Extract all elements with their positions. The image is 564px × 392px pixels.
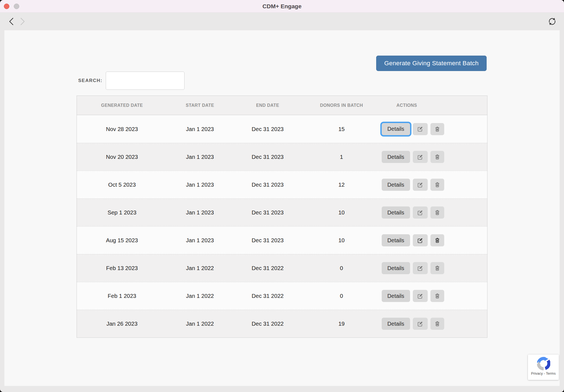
generated-date-cell: Sep 1 2023 [77,209,167,216]
generate-giving-statement-batch-button[interactable]: Generate Giving Statement Batch [376,56,487,71]
generated-date-cell: Feb 1 2023 [77,293,167,299]
table-body: Nov 28 2023 Jan 1 2023 Dec 31 2023 15 De… [77,115,487,337]
delete-batch-button[interactable] [430,318,444,330]
donors-in-batch-cell: 0 [302,265,380,271]
actions-cell: Details [381,123,487,135]
delete-batch-button[interactable] [430,179,444,191]
trash-icon [434,265,440,271]
table-row: Jan 26 2023 Jan 1 2022 Dec 31 2022 19 De… [77,310,487,337]
actions-cell: Details [381,234,487,246]
actions-cell: Details [381,262,487,274]
edit-batch-button[interactable] [413,318,428,330]
donors-in-batch-cell: 12 [302,181,380,188]
generated-date-cell: Feb 13 2023 [77,265,167,271]
details-button[interactable]: Details [382,123,410,135]
trash-icon [434,293,440,299]
header-end-date: END DATE [233,103,302,108]
edit-batch-button[interactable] [413,206,428,219]
edit-icon [417,293,423,299]
minimize-window-button[interactable] [14,4,19,9]
table-row: Feb 1 2023 Jan 1 2022 Dec 31 2022 0 Deta… [77,282,487,310]
header-start-date: START DATE [167,103,233,108]
edit-icon [417,154,423,160]
end-date-cell: Dec 31 2023 [233,126,302,132]
donors-in-batch-cell: 19 [302,320,380,327]
details-button[interactable]: Details [382,318,410,330]
delete-batch-button[interactable] [430,290,444,302]
table-row: Feb 13 2023 Jan 1 2022 Dec 31 2022 0 Det… [77,254,487,282]
titlebar: CDM+ Engage [0,0,564,13]
donors-in-batch-cell: 10 [302,209,380,216]
edit-icon [417,209,423,216]
forward-button[interactable] [18,17,27,26]
window-frame: Generate Giving Statement Batch SEARCH: … [0,30,564,392]
generated-date-cell: Oct 5 2023 [77,181,167,188]
end-date-cell: Dec 31 2023 [233,209,302,216]
start-date-cell: Jan 1 2022 [167,265,233,271]
edit-batch-button[interactable] [413,123,428,135]
end-date-cell: Dec 31 2023 [233,237,302,244]
details-button[interactable]: Details [382,234,410,246]
search-area: SEARCH: [78,72,185,90]
search-input[interactable] [106,72,185,90]
actions-cell: Details [381,290,487,302]
delete-batch-button[interactable] [430,151,444,163]
delete-batch-button[interactable] [430,234,444,246]
recaptcha-badge[interactable]: Privacy - Terms [528,355,559,380]
header-generated-date: GENERATED DATE [77,103,167,108]
toolbar [0,13,564,30]
table-row: Nov 20 2023 Jan 1 2023 Dec 31 2023 1 Det… [77,143,487,171]
back-button[interactable] [7,17,16,26]
header-actions: ACTIONS [381,103,487,108]
end-date-cell: Dec 31 2022 [233,265,302,271]
delete-batch-button[interactable] [430,206,444,219]
header-donors-in-batch: DONORS IN BATCH [302,103,380,108]
donors-in-batch-cell: 10 [302,237,380,244]
trash-icon [434,237,440,243]
edit-batch-button[interactable] [413,290,428,302]
end-date-cell: Dec 31 2022 [233,320,302,327]
details-button[interactable]: Details [382,151,410,163]
refresh-button[interactable] [547,17,557,27]
start-date-cell: Jan 1 2022 [167,293,233,299]
details-button[interactable]: Details [382,179,410,191]
details-button[interactable]: Details [382,290,410,302]
delete-batch-button[interactable] [430,123,444,135]
details-button[interactable]: Details [382,206,410,219]
delete-batch-button[interactable] [430,262,444,274]
generated-date-cell: Nov 20 2023 [77,154,167,160]
search-label: SEARCH: [78,78,102,83]
table-header-row: GENERATED DATE START DATE END DATE DONOR… [77,96,487,115]
end-date-cell: Dec 31 2023 [233,181,302,188]
end-date-cell: Dec 31 2022 [233,293,302,299]
actions-cell: Details [381,206,487,219]
edit-batch-button[interactable] [413,151,428,163]
trash-icon [434,154,440,160]
recaptcha-privacy-terms[interactable]: Privacy - Terms [531,371,555,375]
edit-icon [417,237,423,244]
table-row: Sep 1 2023 Jan 1 2023 Dec 31 2023 10 Det… [77,198,487,226]
edit-icon [417,126,423,132]
trash-icon [434,209,440,216]
actions-cell: Details [381,318,487,330]
close-window-button[interactable] [4,4,9,9]
edit-batch-button[interactable] [413,262,428,274]
window-title: CDM+ Engage [262,3,302,10]
edit-batch-button[interactable] [413,234,428,246]
trash-icon [434,182,440,188]
table-row: Nov 28 2023 Jan 1 2023 Dec 31 2023 15 De… [77,115,487,143]
edit-batch-button[interactable] [413,179,428,191]
trash-icon [434,126,440,132]
start-date-cell: Jan 1 2023 [167,126,233,132]
details-button[interactable]: Details [382,262,410,274]
app-window: CDM+ Engage [0,0,564,392]
generated-date-cell: Nov 28 2023 [77,126,167,132]
actions-cell: Details [381,179,487,191]
donors-in-batch-cell: 0 [302,293,380,299]
end-date-cell: Dec 31 2023 [233,154,302,160]
refresh-icon [547,17,557,26]
edit-icon [417,321,423,327]
donors-in-batch-cell: 15 [302,126,380,132]
start-date-cell: Jan 1 2023 [167,237,233,244]
chevron-right-icon [19,17,26,26]
